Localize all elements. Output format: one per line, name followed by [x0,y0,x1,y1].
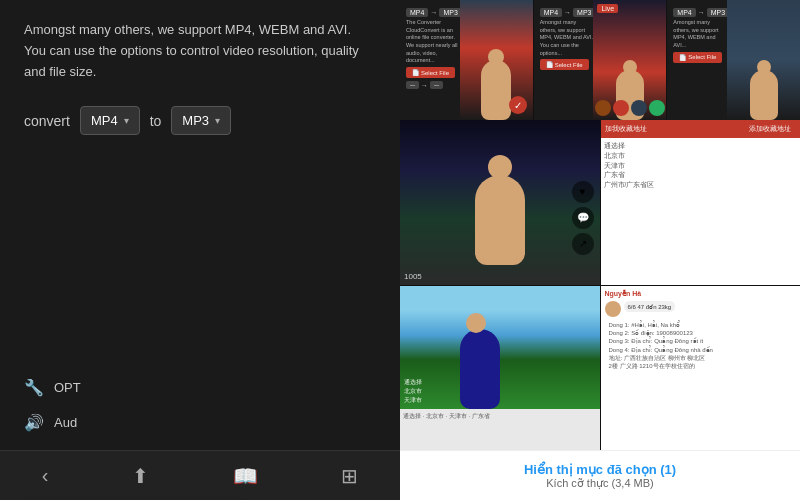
outdoor-person-body [460,329,500,409]
card-1-select-btn[interactable]: 📄 Select File [406,67,455,78]
from-format-value: MP4 [91,113,118,128]
card-1-from: MP4 [406,8,428,17]
card-1-convert-row: MP4 → MP3 [406,8,460,17]
card-3-text: Amongst many others, we support MP4, WEB… [673,19,727,50]
to-format-value: MP3 [182,113,209,128]
speaker-icon: 🔊 [24,413,44,432]
convert-label: convert [24,113,70,129]
card-3-select-label: Select File [688,54,716,60]
card-3-person-image [727,0,800,120]
outdoor-overlay-text: 通选择北京市天津市 [404,378,422,405]
card-3-to: MP3 [707,8,729,17]
card-3-head [757,60,771,74]
card-2-select-label: Select File [555,62,583,68]
media-cell-chat[interactable]: Nguyễn Hà 6/6 47 đơn 23kg Dong 1: #Hải, … [601,286,801,451]
card-1-arrow: → [430,9,437,16]
from-format-select[interactable]: MP4 ▾ [80,106,140,135]
card-2-inner: MP4 → MP3 Amongst many others, we suppor… [540,6,594,70]
profile-3 [631,100,647,116]
media-cell-outdoor[interactable]: 通选择北京市天津市 通选择 · 北京市 · 天津市 · 广东省 [400,286,600,451]
card-1-person-image: ✓ [460,0,533,120]
top-cards: MP4 → MP3 The ConverterCloudConvert is a… [400,0,800,120]
card-3-file-icon: 📄 [679,54,686,61]
chat-bubble-1: 6/6 47 đơn 23kg [624,301,676,312]
card-3-select-row: 📄 Select File [673,52,727,63]
card-1-checkmark: ✓ [509,96,527,114]
tiktok-side-icons: ♥ 💬 ↗ [572,181,594,255]
address-line-guangzhou: 广州市/广东省区 [604,180,798,190]
card-2-select-row: 📄 Select File [540,59,594,70]
profile-4 [649,100,665,116]
card-3-inner: MP4 → MP3 Amongst many others, we suppor… [673,6,727,63]
converter-card-2: MP4 → MP3 Amongst many others, we suppor… [534,0,667,120]
card-2-file-icon: 📄 [546,61,553,68]
bottom-banner: Hiển thị mục đã chọn (1) Kích cỡ thực (3… [400,450,800,500]
address-line-beijing: 北京市 [604,151,798,161]
card-1-silhouette [481,60,511,120]
address-line-guangdong: 广东省 [604,170,798,180]
card-1-bottom-arrow: → [421,82,428,89]
description-text: Amongst many others, we support MP4, WEB… [24,20,376,82]
profile-1 [595,100,611,116]
book-nav-icon[interactable]: 📖 [233,464,258,488]
add-address-btn[interactable]: 添加收藏地址 [744,122,796,136]
chat-header-text: 加我收藏地址 [605,124,647,134]
banner-subtitle: Kích cỡ thực (3,4 MB) [546,477,654,490]
convert-row: convert MP4 ▾ to MP3 ▾ [24,106,376,135]
card-2-person-image: Live [593,0,666,120]
outdoor-person-bg: 通选择北京市天津市 [400,286,600,409]
card-2-arrow: → [564,9,571,16]
options-row[interactable]: 🔧 OPT [16,370,384,405]
converter-card-3: MP4 → MP3 Amongst many others, we suppor… [667,0,800,120]
card-3-from: MP4 [673,8,695,17]
chat-area: Nguyễn Hà 6/6 47 đơn 23kg Dong 1: #Hải, … [601,286,801,377]
converter-card-1: MP4 → MP3 The ConverterCloudConvert is a… [400,0,533,120]
right-panel: MP4 → MP3 The ConverterCloudConvert is a… [400,0,800,500]
tiktok-heart-icon[interactable]: ♥ [572,181,594,203]
outdoor-person-head [466,313,486,333]
tiktok-comment-icon[interactable]: 💬 [572,207,594,229]
address-line-select: 通选择 [604,141,798,151]
audio-row[interactable]: 🔊 Aud [16,405,384,440]
wrench-icon: 🔧 [24,378,44,397]
address-line-tianjin: 天津市 [604,161,798,171]
card-1-inner: MP4 → MP3 The ConverterCloudConvert is a… [406,6,460,91]
tiktok-count: 1005 [404,272,422,281]
tabs-nav-icon[interactable]: ⊞ [341,464,358,488]
media-cell-shopping[interactable]: 加我收藏地址 添加收藏地址 通选择 北京市 天津市 广东省 广州市/广东省区 [601,120,801,285]
profile-2 [613,100,629,116]
audio-label: Aud [54,415,77,430]
card-3-convert-row: MP4 → MP3 [673,8,727,17]
card-2-to: MP3 [573,8,595,17]
chat-avatar-1 [605,301,621,317]
card-1-bottom-from: — [406,81,419,89]
tiktok-person-head [488,155,512,179]
card-1-bottom-row: — → — [406,81,460,89]
outdoor-info: 通选择 · 北京市 · 天津市 · 广东省 [400,409,600,450]
from-chevron-icon: ▾ [124,115,129,126]
tiktok-share-icon[interactable]: ↗ [572,233,594,255]
card-2-from: MP4 [540,8,562,17]
address-block: 通选择 北京市 天津市 广东省 广州市/广东省区 [601,138,801,193]
card-1-file-icon: 📄 [412,69,419,76]
shopping-header: 加我收藏地址 添加收藏地址 [601,120,801,138]
card-2-select-btn[interactable]: 📄 Select File [540,59,589,70]
card-2-live-badge: Live [597,4,618,13]
back-nav-icon[interactable]: ‹ [42,464,49,487]
card-1-to: MP3 [439,8,461,17]
card-1-select-label: Select File [421,70,449,76]
card-2-text: Amongst many others, we support MP4, WEB… [540,19,594,57]
share-nav-icon[interactable]: ⬆ [132,464,149,488]
chat-username: Nguyễn Hà [605,290,797,298]
to-format-select[interactable]: MP3 ▾ [171,106,231,135]
card-3-select-btn[interactable]: 📄 Select File [673,52,722,63]
card-3-silhouette [750,70,778,120]
options-label: OPT [54,380,81,395]
card-2-convert-row: MP4 → MP3 [540,8,594,17]
card-2-head [623,60,637,74]
media-cell-tiktok[interactable]: ♥ 💬 ↗ 1005 [400,120,600,285]
to-label: to [150,113,162,129]
card-1-select-row: 📄 Select File [406,67,460,78]
shopping-bg: 加我收藏地址 添加收藏地址 通选择 北京市 天津市 广东省 广州市/广东省区 [601,120,801,285]
card-3-arrow: → [698,9,705,16]
